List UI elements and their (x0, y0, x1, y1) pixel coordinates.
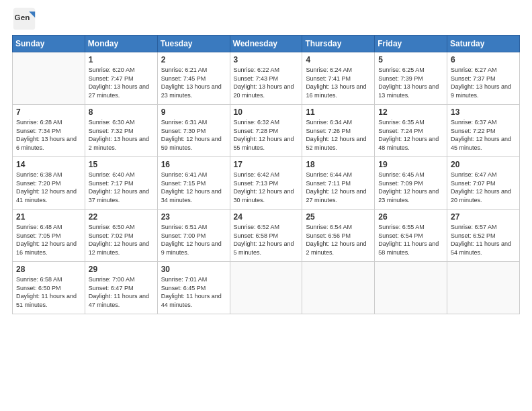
day-info: Sunrise: 6:30 AM Sunset: 7:32 PM Dayligh… (89, 118, 154, 152)
day-info: Sunrise: 6:50 AM Sunset: 7:02 PM Dayligh… (89, 223, 154, 257)
day-info: Sunrise: 6:54 AM Sunset: 6:56 PM Dayligh… (306, 223, 371, 257)
day-info: Sunrise: 6:24 AM Sunset: 7:41 PM Dayligh… (306, 66, 371, 99)
day-number: 19 (378, 160, 443, 169)
day-number: 9 (161, 107, 226, 117)
day-info: Sunrise: 6:51 AM Sunset: 7:00 PM Dayligh… (161, 223, 226, 257)
empty-cell (375, 262, 447, 314)
day-cell-30: 30Sunrise: 7:01 AM Sunset: 6:45 PM Dayli… (157, 262, 230, 314)
day-cell-20: 20Sunrise: 6:47 AM Sunset: 7:07 PM Dayli… (447, 157, 520, 210)
day-number: 27 (451, 212, 516, 222)
day-cell-10: 10Sunrise: 6:32 AM Sunset: 7:28 PM Dayli… (230, 105, 302, 157)
day-info: Sunrise: 6:44 AM Sunset: 7:11 PM Dayligh… (306, 171, 371, 204)
day-number: 22 (89, 212, 154, 222)
day-cell-25: 25Sunrise: 6:54 AM Sunset: 6:56 PM Dayli… (302, 210, 375, 262)
week-row-4: 21Sunrise: 6:48 AM Sunset: 7:05 PM Dayli… (13, 210, 520, 262)
day-number: 17 (234, 160, 299, 169)
day-number: 28 (16, 265, 81, 274)
day-number: 26 (378, 212, 443, 222)
day-number: 23 (161, 212, 226, 222)
day-cell-3: 3Sunrise: 6:22 AM Sunset: 7:43 PM Daylig… (230, 52, 302, 105)
svg-text:Gen: Gen (15, 13, 30, 21)
day-number: 11 (306, 107, 371, 117)
day-number: 13 (451, 107, 516, 117)
weekday-wednesday: Wednesday (230, 36, 302, 52)
day-info: Sunrise: 6:22 AM Sunset: 7:43 PM Dayligh… (234, 66, 299, 99)
day-number: 15 (89, 160, 154, 169)
week-row-5: 28Sunrise: 6:58 AM Sunset: 6:50 PM Dayli… (13, 262, 520, 314)
week-row-3: 14Sunrise: 6:38 AM Sunset: 7:20 PM Dayli… (13, 157, 520, 210)
day-cell-16: 16Sunrise: 6:41 AM Sunset: 7:15 PM Dayli… (157, 157, 230, 210)
day-number: 29 (89, 265, 154, 274)
day-cell-11: 11Sunrise: 6:34 AM Sunset: 7:26 PM Dayli… (302, 105, 375, 157)
day-number: 12 (378, 107, 443, 117)
calendar-table: SundayMondayTuesdayWednesdayThursdayFrid… (12, 35, 520, 314)
empty-cell (13, 52, 85, 105)
header: Gen (12, 7, 520, 31)
day-cell-28: 28Sunrise: 6:58 AM Sunset: 6:50 PM Dayli… (13, 262, 85, 314)
day-number: 21 (16, 212, 81, 222)
empty-cell (302, 262, 375, 314)
day-number: 3 (234, 55, 299, 64)
day-number: 25 (306, 212, 371, 222)
day-cell-6: 6Sunrise: 6:27 AM Sunset: 7:37 PM Daylig… (447, 52, 520, 105)
day-cell-9: 9Sunrise: 6:31 AM Sunset: 7:30 PM Daylig… (157, 105, 230, 157)
day-info: Sunrise: 6:32 AM Sunset: 7:28 PM Dayligh… (234, 118, 299, 152)
empty-cell (230, 262, 302, 314)
empty-cell (447, 262, 520, 314)
day-info: Sunrise: 7:01 AM Sunset: 6:45 PM Dayligh… (161, 275, 226, 309)
day-number: 20 (451, 160, 516, 169)
day-number: 18 (306, 160, 371, 169)
day-info: Sunrise: 6:37 AM Sunset: 7:22 PM Dayligh… (451, 118, 516, 152)
day-cell-17: 17Sunrise: 6:42 AM Sunset: 7:13 PM Dayli… (230, 157, 302, 210)
day-info: Sunrise: 6:20 AM Sunset: 7:47 PM Dayligh… (89, 66, 154, 99)
day-info: Sunrise: 6:35 AM Sunset: 7:24 PM Dayligh… (378, 118, 443, 152)
page: Gen SundayMondayTuesdayWednesdayThursday… (0, 0, 532, 411)
day-cell-29: 29Sunrise: 7:00 AM Sunset: 6:47 PM Dayli… (85, 262, 157, 314)
day-cell-7: 7Sunrise: 6:28 AM Sunset: 7:34 PM Daylig… (13, 105, 85, 157)
day-cell-18: 18Sunrise: 6:44 AM Sunset: 7:11 PM Dayli… (302, 157, 375, 210)
day-info: Sunrise: 6:27 AM Sunset: 7:37 PM Dayligh… (451, 66, 516, 99)
day-info: Sunrise: 6:41 AM Sunset: 7:15 PM Dayligh… (161, 171, 226, 204)
day-number: 6 (451, 55, 516, 64)
day-info: Sunrise: 6:48 AM Sunset: 7:05 PM Dayligh… (16, 223, 81, 257)
day-info: Sunrise: 7:00 AM Sunset: 6:47 PM Dayligh… (89, 275, 154, 309)
day-info: Sunrise: 6:45 AM Sunset: 7:09 PM Dayligh… (378, 171, 443, 204)
day-cell-12: 12Sunrise: 6:35 AM Sunset: 7:24 PM Dayli… (375, 105, 447, 157)
day-number: 7 (16, 107, 81, 117)
day-info: Sunrise: 6:31 AM Sunset: 7:30 PM Dayligh… (161, 118, 226, 152)
day-number: 2 (161, 55, 226, 64)
day-info: Sunrise: 6:28 AM Sunset: 7:34 PM Dayligh… (16, 118, 81, 152)
day-number: 16 (161, 160, 226, 169)
day-number: 4 (306, 55, 371, 64)
day-info: Sunrise: 6:52 AM Sunset: 6:58 PM Dayligh… (234, 223, 299, 257)
day-info: Sunrise: 6:38 AM Sunset: 7:20 PM Dayligh… (16, 171, 81, 204)
logo-icon: Gen (12, 7, 36, 31)
weekday-saturday: Saturday (447, 36, 520, 52)
weekday-header-row: SundayMondayTuesdayWednesdayThursdayFrid… (13, 36, 520, 52)
weekday-monday: Monday (85, 36, 157, 52)
day-info: Sunrise: 6:55 AM Sunset: 6:54 PM Dayligh… (378, 223, 443, 257)
weekday-sunday: Sunday (13, 36, 85, 52)
day-number: 10 (234, 107, 299, 117)
day-number: 8 (89, 107, 154, 117)
weekday-friday: Friday (375, 36, 447, 52)
day-cell-14: 14Sunrise: 6:38 AM Sunset: 7:20 PM Dayli… (13, 157, 85, 210)
day-info: Sunrise: 6:57 AM Sunset: 6:52 PM Dayligh… (451, 223, 516, 257)
day-info: Sunrise: 6:25 AM Sunset: 7:39 PM Dayligh… (378, 66, 443, 99)
weekday-tuesday: Tuesday (157, 36, 230, 52)
day-number: 30 (161, 265, 226, 274)
day-info: Sunrise: 6:58 AM Sunset: 6:50 PM Dayligh… (16, 275, 81, 309)
day-number: 14 (16, 160, 81, 169)
day-cell-19: 19Sunrise: 6:45 AM Sunset: 7:09 PM Dayli… (375, 157, 447, 210)
week-row-2: 7Sunrise: 6:28 AM Sunset: 7:34 PM Daylig… (13, 105, 520, 157)
day-number: 1 (89, 55, 154, 64)
logo: Gen (12, 7, 39, 31)
day-info: Sunrise: 6:40 AM Sunset: 7:17 PM Dayligh… (89, 171, 154, 204)
day-cell-23: 23Sunrise: 6:51 AM Sunset: 7:00 PM Dayli… (157, 210, 230, 262)
day-info: Sunrise: 6:47 AM Sunset: 7:07 PM Dayligh… (451, 171, 516, 204)
day-cell-26: 26Sunrise: 6:55 AM Sunset: 6:54 PM Dayli… (375, 210, 447, 262)
day-cell-13: 13Sunrise: 6:37 AM Sunset: 7:22 PM Dayli… (447, 105, 520, 157)
day-info: Sunrise: 6:42 AM Sunset: 7:13 PM Dayligh… (234, 171, 299, 204)
week-row-1: 1Sunrise: 6:20 AM Sunset: 7:47 PM Daylig… (13, 52, 520, 105)
day-number: 24 (234, 212, 299, 222)
